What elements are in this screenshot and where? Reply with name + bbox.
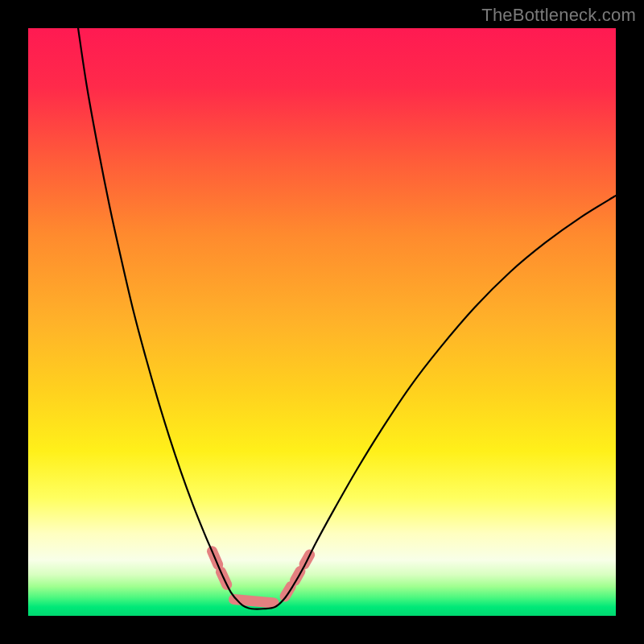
plot-area xyxy=(28,28,616,616)
watermark-text: TheBottleneck.com xyxy=(481,5,636,26)
gradient-background xyxy=(28,28,616,616)
chart-frame: TheBottleneck.com xyxy=(0,0,644,644)
chart-svg xyxy=(28,28,616,616)
